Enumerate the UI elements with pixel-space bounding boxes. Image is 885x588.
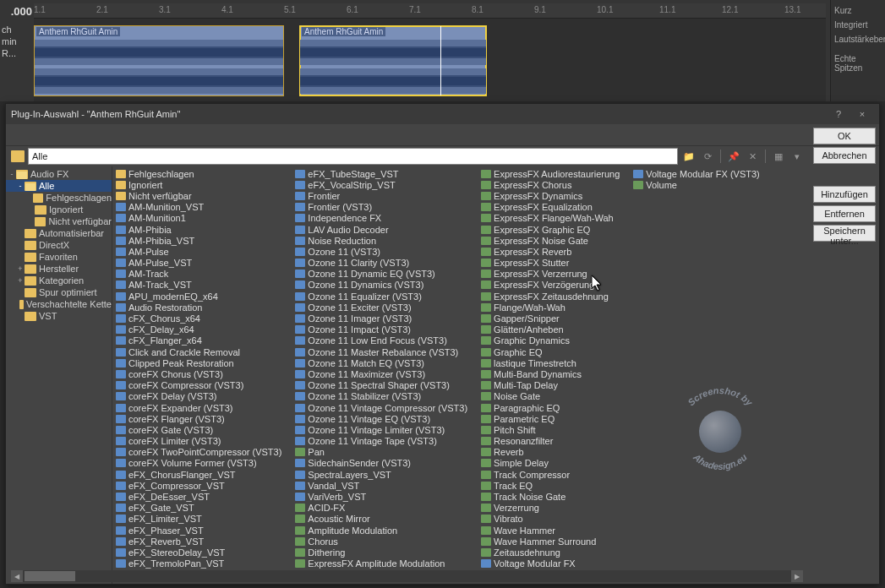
expand-icon[interactable]: -	[16, 182, 25, 190]
expand-icon[interactable]: -	[8, 170, 16, 178]
plugin-item[interactable]: ExpressFX Zeitausdehnung	[481, 291, 626, 302]
menu-icon[interactable]: ▾	[789, 149, 805, 164]
path-input[interactable]	[28, 148, 678, 165]
close-button[interactable]: ×	[850, 106, 874, 122]
add-button[interactable]: Hinzufügen	[813, 186, 876, 203]
tree-item[interactable]: DirectX	[6, 239, 112, 251]
plugin-item[interactable]: Vibrato	[481, 514, 626, 525]
plugin-item[interactable]: lastique Timestretch	[481, 357, 626, 368]
plugin-item[interactable]: eFX_TremoloPan_VST	[116, 558, 288, 569]
tree-item[interactable]: Automatisierbar	[6, 227, 112, 239]
plugin-item[interactable]: coreFX Gate (VST3)	[116, 424, 288, 435]
tree-item[interactable]: Favoriten	[6, 251, 112, 263]
tree-item[interactable]: +Hersteller	[6, 263, 112, 275]
plugin-item[interactable]: eFX_ChorusFlanger_VST	[116, 469, 288, 480]
plugin-item[interactable]: Fehlgeschlagen	[116, 168, 288, 179]
scroll-right-icon[interactable]: ▶	[791, 570, 803, 582]
plugin-item[interactable]: Track EQ	[481, 480, 626, 491]
plugin-item[interactable]: Ozone 11 Dynamic EQ (VST3)	[295, 269, 474, 280]
plugin-item[interactable]: Ozone 11 Spectral Shaper (VST3)	[295, 380, 474, 391]
plugin-item[interactable]: Acoustic Mirror	[295, 514, 474, 525]
plugin-item[interactable]: SidechainSender (VST3)	[295, 458, 474, 469]
save-as-button[interactable]: Speichern unter...	[813, 225, 876, 242]
plugin-item[interactable]: Verzerrung	[481, 503, 626, 514]
plugin-item[interactable]: ExpressFX Flange/Wah-Wah	[481, 213, 626, 224]
plugin-item[interactable]: Ozone 11 Vintage Limiter (VST3)	[295, 424, 474, 435]
plugin-item[interactable]: ExpressFX Reverb	[481, 246, 626, 257]
expand-icon[interactable]: +	[16, 276, 25, 285]
tree-item[interactable]: VST	[6, 310, 112, 322]
scroll-left-icon[interactable]: ◀	[11, 570, 23, 582]
plugin-item[interactable]: Frontier (VST3)	[295, 202, 474, 213]
plugin-item[interactable]: Vandal_VST	[295, 480, 474, 491]
plugin-item[interactable]: Parametric EQ	[481, 413, 626, 424]
plugin-item[interactable]: coreFX Limiter (VST3)	[116, 436, 288, 447]
timeline-tracks[interactable]: Anthem RhGuit Amin Anthem RhGuit Amin	[34, 19, 826, 101]
plugin-item[interactable]: ACID-FX	[295, 503, 474, 514]
plugin-item[interactable]: Pan	[295, 447, 474, 458]
plugin-item[interactable]: ExpressFX Verzerrung	[481, 269, 626, 280]
plugin-item[interactable]: AM-Pulse	[116, 246, 288, 257]
tree-item[interactable]: +Kategorien	[6, 275, 112, 286]
plugin-item[interactable]: Ozone 11 Low End Focus (VST3)	[295, 335, 474, 346]
plugin-item[interactable]: Voltage Modular FX	[481, 558, 626, 569]
plugin-item[interactable]: AM-Phibia_VST	[116, 235, 288, 246]
plugin-item[interactable]: coreFX Delay (VST3)	[116, 391, 288, 402]
plugin-item[interactable]: Ozone 11 Match EQ (VST3)	[295, 357, 474, 368]
plugin-item[interactable]: Multi-Tap Delay	[481, 380, 626, 391]
plugin-item[interactable]: VariVerb_VST	[295, 491, 474, 502]
ok-button[interactable]: OK	[813, 128, 876, 144]
plugin-item[interactable]: Zeitausdehnung	[481, 547, 626, 558]
plugin-item[interactable]: coreFX Flanger (VST3)	[116, 413, 288, 424]
plugin-item[interactable]: eFX_Limiter_VST	[116, 514, 288, 525]
plugin-item[interactable]: Volume	[633, 179, 767, 190]
plugin-item[interactable]: Noise Reduction	[295, 235, 474, 246]
plugin-item[interactable]: Ozone 11 Dynamics (VST3)	[295, 280, 474, 291]
horizontal-scrollbar[interactable]: ◀ ▶	[11, 570, 803, 582]
plugin-item[interactable]: Ozone 11 (VST3)	[295, 246, 474, 257]
plugin-item[interactable]: coreFX Chorus (VST3)	[116, 368, 288, 379]
plugin-item[interactable]: cFX_Delay_x64	[116, 324, 288, 335]
plugin-item[interactable]: Clipped Peak Restoration	[116, 357, 288, 368]
plugin-item[interactable]: AM-Track	[116, 269, 288, 280]
plugin-item[interactable]: eFX_Compressor_VST	[116, 480, 288, 491]
tree-item[interactable]: Ignoriert	[6, 204, 112, 215]
plugin-item[interactable]: Track Compressor	[481, 469, 626, 480]
plugin-item[interactable]: ExpressFX Stutter	[481, 258, 626, 269]
remove-button[interactable]: Entfernen	[813, 205, 876, 222]
plugin-item[interactable]: eFX_VocalStrip_VST	[295, 179, 474, 190]
category-tree[interactable]: -Audio FX-AlleFehlgeschlagenIgnoriertNic…	[6, 166, 112, 584]
cancel-button[interactable]: Abbrechen	[813, 147, 876, 164]
scroll-thumb[interactable]	[25, 571, 75, 581]
pin-icon[interactable]: 📌	[726, 149, 741, 164]
plugin-item[interactable]: eFX_DeEsser_VST	[116, 491, 288, 502]
plugin-item[interactable]: Reverb	[481, 447, 626, 458]
plugin-item[interactable]: Graphic EQ	[481, 346, 626, 357]
plugin-item[interactable]: AM-Pulse_VST	[116, 258, 288, 269]
plugin-item[interactable]: Simple Delay	[481, 458, 626, 469]
plugin-item[interactable]: Ozone 11 Exciter (VST3)	[295, 302, 474, 313]
plugin-item[interactable]: ExpressFX Amplitude Modulation	[295, 558, 474, 569]
audio-clip-selected[interactable]: Anthem RhGuit Amin	[299, 25, 487, 96]
plugin-item[interactable]: Gapper/Snipper	[481, 313, 626, 324]
plugin-item[interactable]: Dithering	[295, 547, 474, 558]
plugin-item[interactable]: ExpressFX Chorus	[481, 179, 626, 190]
plugin-item[interactable]: ExpressFX Verzögerung	[481, 280, 626, 291]
plugin-item[interactable]: Ozone 11 Impact (VST3)	[295, 324, 474, 335]
plugin-item[interactable]: ExpressFX Equalization	[481, 202, 626, 213]
plugin-item[interactable]: Ozone 11 Maximizer (VST3)	[295, 368, 474, 379]
expand-icon[interactable]: +	[16, 264, 25, 273]
new-folder-icon[interactable]: 📁	[681, 149, 697, 164]
plugin-item[interactable]: cFX_Chorus_x64	[116, 313, 288, 324]
tree-item[interactable]: -Alle	[6, 180, 112, 192]
plugin-item[interactable]: Frontier	[295, 190, 474, 201]
tree-item[interactable]: Fehlgeschlagen	[6, 192, 112, 204]
plugin-item[interactable]: coreFX Volume Former (VST3)	[116, 458, 288, 469]
plugin-item[interactable]: Amplitude Modulation	[295, 525, 474, 536]
plugin-item[interactable]: Ozone 11 Equalizer (VST3)	[295, 291, 474, 302]
dialog-titlebar[interactable]: Plug-In-Auswahl - "Anthem RhGuit Amin" ?…	[6, 104, 879, 124]
plugin-item[interactable]: ExpressFX Noise Gate	[481, 235, 626, 246]
plugin-columns[interactable]: FehlgeschlagenIgnoriertNicht verfügbarAM…	[112, 166, 808, 584]
plugin-item[interactable]: coreFX Expander (VST3)	[116, 402, 288, 413]
plugin-item[interactable]: SpectraLayers_VST	[295, 469, 474, 480]
